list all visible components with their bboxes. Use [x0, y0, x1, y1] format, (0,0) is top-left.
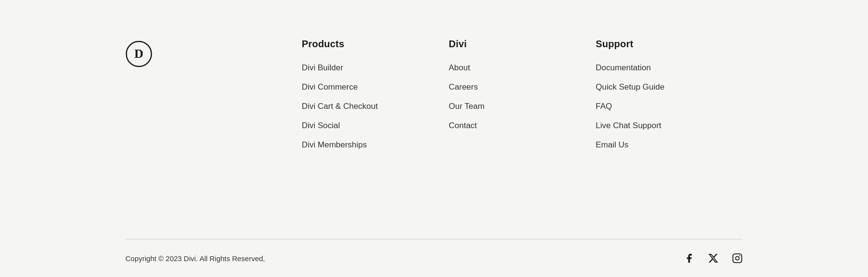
facebook-icon[interactable] [684, 253, 694, 264]
svg-point-3 [735, 256, 739, 260]
link-email-us[interactable]: Email Us [596, 140, 743, 150]
footer-main: D Products Divi Builder Divi Commerce Di… [0, 0, 868, 239]
link-our-team[interactable]: Our Team [448, 102, 596, 111]
twitter-x-icon[interactable] [708, 253, 719, 264]
divi-column-title: Divi [448, 39, 596, 50]
products-column-title: Products [302, 39, 449, 50]
divi-logo-icon[interactable]: D [125, 40, 152, 67]
link-divi-cart-checkout[interactable]: Divi Cart & Checkout [302, 102, 449, 111]
svg-rect-2 [733, 254, 742, 263]
footer-bottom: Copyright © 2023 Divi. All Rights Reserv… [0, 239, 868, 277]
link-divi-commerce[interactable]: Divi Commerce [302, 82, 449, 92]
instagram-icon[interactable] [732, 253, 743, 264]
copyright-text: Copyright © 2023 Divi. All Rights Reserv… [125, 254, 265, 263]
link-divi-social[interactable]: Divi Social [302, 121, 449, 131]
social-icons-group [684, 253, 743, 264]
footer-columns: Products Divi Builder Divi Commerce Divi… [302, 39, 743, 159]
link-live-chat-support[interactable]: Live Chat Support [596, 121, 743, 131]
footer-column-products: Products Divi Builder Divi Commerce Divi… [302, 39, 449, 159]
link-careers[interactable]: Careers [448, 82, 596, 92]
svg-text:D: D [135, 47, 144, 61]
link-quick-setup-guide[interactable]: Quick Setup Guide [596, 82, 743, 92]
link-about[interactable]: About [448, 63, 596, 73]
footer-column-divi: Divi About Careers Our Team Contact [448, 39, 596, 159]
svg-point-4 [739, 255, 740, 256]
support-column-title: Support [596, 39, 743, 50]
footer-logo-area: D [125, 39, 302, 67]
link-divi-builder[interactable]: Divi Builder [302, 63, 449, 73]
link-contact[interactable]: Contact [448, 121, 596, 131]
link-faq[interactable]: FAQ [596, 102, 743, 111]
link-divi-memberships[interactable]: Divi Memberships [302, 140, 449, 150]
link-documentation[interactable]: Documentation [596, 63, 743, 73]
footer-column-support: Support Documentation Quick Setup Guide … [596, 39, 743, 159]
